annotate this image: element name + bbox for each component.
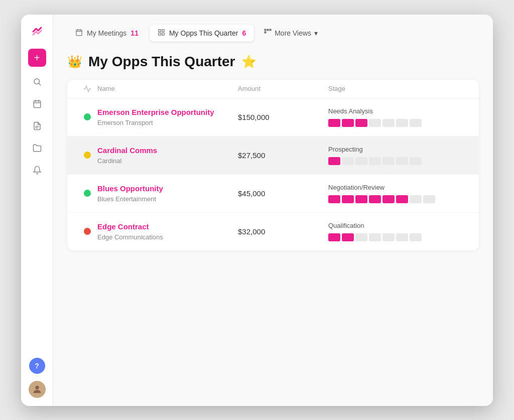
- row-3-status-cell: [77, 190, 97, 197]
- svg-rect-14: [162, 29, 164, 31]
- stage-block: [355, 157, 367, 165]
- svg-rect-17: [265, 29, 266, 31]
- row-4-name-cell: Edge Contract Edge Communications: [97, 222, 238, 241]
- page-title: My Opps This Quarter: [88, 54, 235, 70]
- row-4-status-dot: [84, 228, 91, 235]
- row-1-status-dot: [84, 113, 91, 120]
- main-content: My Meetings 11 My Opps This Quarter 6: [53, 15, 493, 406]
- table-row: Edge Contract Edge Communications $32,00…: [67, 213, 479, 250]
- svg-point-8: [35, 385, 39, 389]
- user-avatar[interactable]: [29, 381, 46, 398]
- row-1-status-cell: [77, 113, 97, 120]
- calendar-tab-icon: [75, 29, 83, 38]
- tab-my-opps[interactable]: My Opps This Quarter 6: [150, 25, 254, 42]
- stage-block: [396, 157, 408, 165]
- svg-rect-9: [76, 30, 82, 35]
- row-4-stage-cell: Qualification: [328, 222, 469, 241]
- row-3-stage-label: Negotiation/Review: [328, 184, 469, 191]
- row-3-name-cell: Blues Opportunity Blues Entertainment: [97, 184, 238, 203]
- sidebar: +: [21, 15, 53, 406]
- grid-tab-icon: [158, 29, 165, 38]
- my-meetings-badge: 11: [131, 29, 139, 37]
- crown-icon: 👑: [67, 55, 82, 69]
- stage-block: [410, 157, 422, 165]
- more-views-button[interactable]: More Views ▾: [257, 25, 325, 42]
- stage-block: [342, 119, 354, 127]
- row-1-stage-label: Needs Analysis: [328, 107, 469, 115]
- my-opps-badge: 6: [242, 29, 246, 37]
- name-column-header: Name: [97, 85, 238, 92]
- row-4-stage-label: Qualification: [328, 222, 469, 229]
- svg-rect-15: [159, 33, 161, 35]
- row-2-name-cell: Cardinal Comms Cardinal: [97, 146, 238, 165]
- stage-block: [410, 195, 422, 203]
- table-row: Blues Opportunity Blues Entertainment $4…: [67, 175, 479, 213]
- row-4-opp-name[interactable]: Edge Contract: [97, 222, 238, 231]
- row-3-stage-cell: Negotiation/Review: [328, 184, 469, 203]
- row-3-stage-bar: [328, 195, 469, 203]
- folder-nav-icon[interactable]: [28, 139, 46, 157]
- sidebar-logo: [28, 23, 46, 41]
- more-views-chevron-icon: ▾: [314, 29, 318, 37]
- stage-block: [423, 195, 435, 203]
- stage-block: [369, 157, 381, 165]
- calendar-nav-icon[interactable]: [28, 95, 46, 113]
- stage-block: [369, 233, 381, 241]
- svg-rect-20: [265, 32, 266, 33]
- row-3-status-dot: [84, 190, 91, 197]
- help-button[interactable]: ?: [29, 358, 45, 374]
- row-2-status-cell: [77, 152, 97, 159]
- table-row: Cardinal Comms Cardinal $27,500 Prospect…: [67, 136, 479, 175]
- row-2-stage-label: Prospecting: [328, 146, 469, 153]
- tab-my-meetings[interactable]: My Meetings 11: [67, 25, 147, 42]
- row-2-amount: $27,500: [238, 151, 328, 160]
- bell-nav-icon[interactable]: [28, 161, 46, 179]
- stage-block: [382, 233, 395, 241]
- stage-block: [396, 195, 408, 203]
- svg-rect-2: [34, 101, 41, 108]
- stage-block: [355, 119, 367, 127]
- row-1-company: Emerson Transport: [97, 119, 238, 126]
- row-2-stage-cell: Prospecting: [328, 146, 469, 165]
- row-1-amount: $150,000: [238, 113, 328, 121]
- stage-block: [369, 195, 381, 203]
- stage-block: [382, 195, 395, 203]
- stage-block: [382, 119, 395, 127]
- row-1-name-cell: Emerson Enterprise Opportunity Emerson T…: [97, 108, 238, 126]
- svg-rect-16: [162, 33, 164, 35]
- row-4-amount: $32,000: [238, 227, 328, 236]
- row-2-opp-name[interactable]: Cardinal Comms: [97, 146, 238, 155]
- document-nav-icon[interactable]: [28, 117, 46, 135]
- stage-block: [410, 233, 422, 241]
- star-icon: ⭐: [241, 55, 256, 69]
- stage-block: [382, 157, 395, 165]
- page-header: 👑 My Opps This Quarter ⭐: [67, 54, 479, 70]
- table-header: Name Amount Stage: [67, 80, 479, 98]
- stage-block: [355, 195, 367, 203]
- stage-block: [342, 157, 354, 165]
- row-2-stage-bar: [328, 157, 469, 165]
- more-views-label: More Views: [275, 29, 311, 37]
- row-1-stage-cell: Needs Analysis: [328, 107, 469, 127]
- stage-block: [328, 233, 340, 241]
- row-2-status-dot: [84, 152, 91, 159]
- svg-rect-18: [267, 29, 269, 31]
- row-1-stage-bar: [328, 119, 469, 127]
- add-button[interactable]: +: [28, 49, 46, 67]
- stage-column-header: Stage: [328, 85, 469, 92]
- svg-point-0: [34, 79, 40, 84]
- row-1-opp-name[interactable]: Emerson Enterprise Opportunity: [97, 108, 238, 117]
- svg-line-1: [39, 83, 40, 85]
- row-4-stage-bar: [328, 233, 469, 241]
- opps-table: Name Amount Stage Emerson Enterprise Opp…: [67, 80, 479, 250]
- stage-block: [328, 195, 340, 203]
- search-nav-icon[interactable]: [28, 73, 46, 91]
- stage-block: [328, 157, 340, 165]
- my-opps-tab-label: My Opps This Quarter: [169, 29, 238, 37]
- row-3-company: Blues Entertainment: [97, 195, 238, 203]
- more-views-grid-icon: [264, 29, 272, 38]
- stage-block: [342, 195, 354, 203]
- table-row: Emerson Enterprise Opportunity Emerson T…: [67, 98, 479, 136]
- row-3-opp-name[interactable]: Blues Opportunity: [97, 184, 238, 193]
- activity-column-header: [77, 85, 97, 93]
